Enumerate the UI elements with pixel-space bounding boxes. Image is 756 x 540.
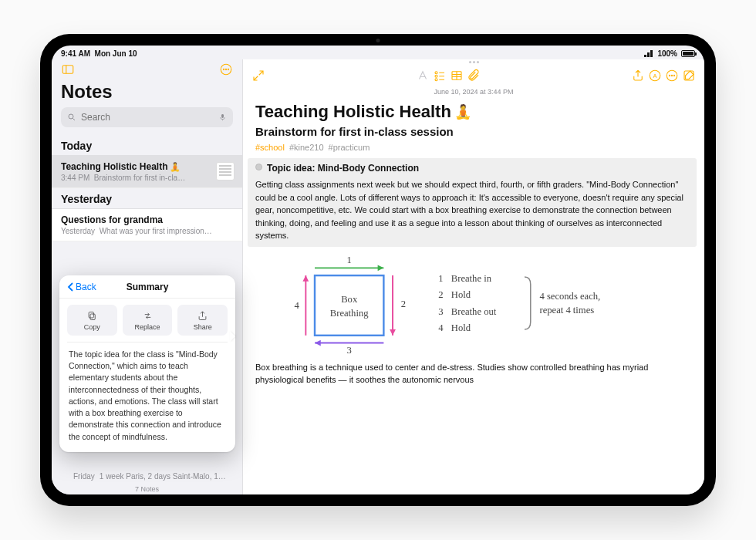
svg-marker-38 [315,339,321,346]
search-icon [67,113,76,122]
body-paragraph-2: Box breathing is a technique used to cen… [255,361,689,386]
note-item-friday[interactable]: Friday 1 week Paris, 2 days Saint-Malo, … [73,472,226,481]
tag-school[interactable]: #school [255,143,285,152]
note-tags: #school#kine210#practicum [255,143,689,152]
svg-marker-35 [390,329,396,336]
svg-text:4: 4 [295,299,300,310]
svg-marker-32 [378,265,384,271]
svg-rect-8 [221,114,224,118]
copy-button[interactable]: Copy [67,305,117,336]
svg-text:2: 2 [401,298,406,309]
svg-point-15 [435,79,437,81]
search-field[interactable] [61,107,233,127]
sidebar: Notes Today Teaching Holistic Health🧘 3:… [52,59,243,494]
svg-point-6 [69,114,73,119]
svg-rect-28 [315,275,383,336]
status-time: 9:41 AM [61,49,90,58]
svg-text:1: 1 [438,272,443,283]
svg-text:3: 3 [438,305,443,316]
svg-point-25 [671,75,672,76]
svg-marker-41 [302,275,309,282]
svg-rect-9 [90,314,95,320]
note-body[interactable]: Teaching Holistic Health🧘 Brainstorm for… [243,102,704,494]
summary-popover: Back Summary Copy Replace Share [59,275,235,452]
attachment-icon[interactable] [466,68,481,83]
svg-text:Box: Box [341,294,358,305]
svg-text:1: 1 [347,254,352,265]
svg-text:Breathe in: Breathe in [451,272,492,283]
svg-rect-0 [62,66,73,74]
svg-line-7 [73,119,76,121]
svg-text:4: 4 [438,322,444,332]
wifi-icon [644,50,653,57]
editor-toolbar: A [243,65,704,86]
text-style-icon[interactable] [415,68,430,83]
svg-point-4 [225,69,226,69]
svg-point-24 [669,75,670,76]
svg-point-13 [435,75,437,77]
tag-kine210[interactable]: #kine210 [289,143,324,152]
note-item-grandma[interactable]: Questions for grandma Yesterday What was… [52,209,242,241]
share-icon[interactable] [630,68,646,83]
replace-button[interactable]: Replace [123,305,173,336]
svg-point-11 [435,72,437,74]
compose-icon[interactable] [681,68,697,83]
table-icon[interactable] [449,68,464,83]
summary-text: The topic idea for the class is "Mind-Bo… [59,343,235,452]
note-title: Teaching Holistic Health🧘 [255,102,689,122]
emoji-meditation: 🧘 [454,103,471,120]
note-subtitle: Brainstorm for first in-class session [255,125,689,138]
more-options-icon[interactable] [219,62,233,76]
mic-icon[interactable] [218,112,227,123]
battery-percent: 100% [657,49,677,58]
screen: 9:41 AM Mon Jun 10 100% Notes Today Teac… [52,46,704,494]
note-thumbnail [216,162,235,181]
checklist-icon[interactable] [432,68,447,83]
selection-handle[interactable] [255,164,262,170]
popover-title: Summary [127,282,169,292]
section-today: Today [52,135,242,156]
multitask-dots[interactable] [243,59,704,65]
app-title: Notes [52,79,242,107]
tag-practicum[interactable]: #practicum [329,143,370,152]
search-input[interactable] [81,112,214,123]
svg-text:Hold: Hold [451,289,471,300]
svg-point-5 [228,69,228,69]
share-button[interactable]: Share [177,305,228,336]
collaborate-icon[interactable]: A [647,68,663,83]
svg-text:3: 3 [347,345,352,356]
svg-point-26 [673,75,674,76]
status-bar: 9:41 AM Mon Jun 10 100% [52,46,704,59]
chevron-left-icon [67,282,74,292]
note-item-teaching-holistic[interactable]: Teaching Holistic Health🧘 3:44 PM Brains… [52,156,242,188]
note-date: June 10, 2024 at 3:44 PM [243,86,704,102]
section-yesterday: Yesterday [52,188,242,209]
expand-icon[interactable] [251,68,266,83]
svg-text:2: 2 [438,289,443,300]
svg-point-3 [223,69,224,69]
popover-back-button[interactable]: Back [67,282,96,292]
svg-text:A: A [653,73,656,79]
selected-text-block[interactable]: Topic idea: Mind-Body Connection Getting… [248,158,697,247]
svg-text:repeat 4 times: repeat 4 times [539,304,594,315]
sidebar-toggle-icon[interactable] [61,62,75,76]
box-breathing-drawing: Box Breathing 1 2 3 4 1Breathe in 2Hold … [255,251,689,356]
notes-count: 7 Notes [52,485,242,493]
more-icon[interactable] [664,68,680,83]
ipad-frame: 9:41 AM Mon Jun 10 100% Notes Today Teac… [40,34,716,506]
camera-dot [376,39,380,42]
svg-text:Breathing: Breathing [330,307,369,318]
svg-text:Breathe out: Breathe out [451,305,497,316]
battery-icon [681,50,695,57]
svg-text:Hold: Hold [451,322,471,332]
editor-pane: A June 10, 2024 at 3:44 PM Teaching Holi… [243,59,704,494]
status-date: Mon Jun 10 [95,49,137,58]
svg-text:4 seconds each,: 4 seconds each, [539,291,600,302]
svg-rect-10 [89,312,93,318]
